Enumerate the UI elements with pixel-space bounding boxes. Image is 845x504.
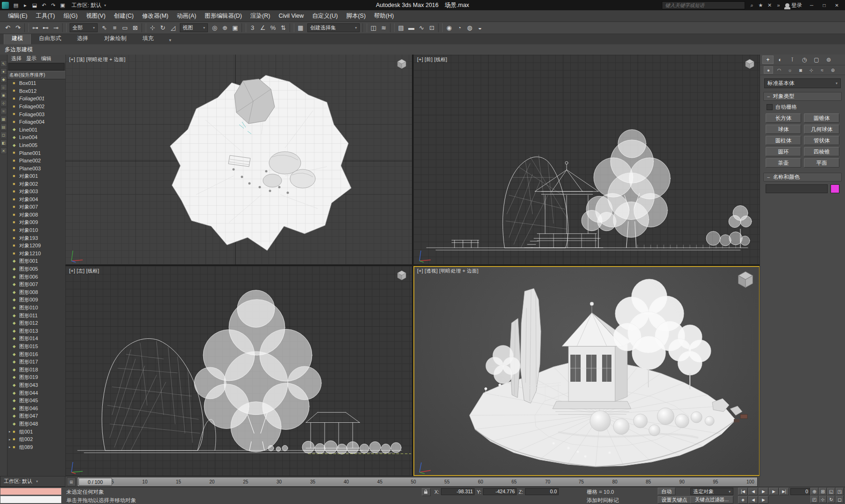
curve-editor-icon[interactable]: ∿ — [417, 23, 426, 33]
list-item[interactable]: 图形005 — [7, 265, 65, 273]
schematic-view-icon[interactable]: ⊡ — [427, 23, 437, 33]
select-and-move-icon[interactable]: ⊹ — [148, 23, 157, 33]
list-item[interactable]: 图形008 — [7, 288, 65, 296]
track-bar[interactable]: 0510152025303540455055606570758085909510… — [77, 477, 758, 487]
next-frame-icon[interactable]: ▶ — [769, 488, 779, 495]
list-item[interactable]: 对象193 — [7, 234, 65, 242]
viewport-front-canvas[interactable] — [413, 55, 760, 265]
polygon-modeling-panel[interactable]: 多边形建模 — [0, 46, 33, 54]
orbit-icon[interactable]: ↻ — [827, 496, 835, 503]
list-item[interactable]: 图形014 — [7, 335, 65, 343]
keyboard-override-icon[interactable]: ▣ — [230, 23, 240, 33]
toolbar-separator[interactable] — [390, 23, 395, 32]
menu-item[interactable]: 渲染(R) — [246, 11, 274, 21]
selection-lock-toggle[interactable] — [422, 488, 431, 496]
ribbon-tab[interactable]: 建模 — [4, 33, 31, 44]
list-item[interactable]: 对象010 — [7, 226, 65, 234]
menu-item[interactable]: 编辑(E) — [4, 11, 32, 21]
list-item[interactable]: 图形012 — [7, 319, 65, 327]
toolbar-separator[interactable] — [290, 23, 294, 32]
save-file-icon[interactable]: ⬓ — [30, 1, 39, 9]
sign-in-button[interactable]: 登录 — [785, 2, 802, 9]
viewport-label[interactable]: [+] [前] [线框] — [417, 56, 447, 63]
display-groups-icon[interactable]: ▦ — [0, 116, 7, 122]
display-cameras-icon[interactable]: ◙ — [0, 92, 7, 98]
previous-key-icon[interactable]: ◀ — [748, 496, 758, 504]
rendered-frame-icon[interactable]: ◍ — [465, 23, 475, 33]
maximize-button[interactable]: □ — [818, 1, 831, 9]
project-folder-icon[interactable]: ▣ — [58, 1, 67, 9]
viewport-perspective-canvas[interactable] — [413, 266, 760, 476]
use-pivot-center-icon[interactable]: ◎ — [210, 23, 220, 33]
display-lights-icon[interactable]: ☼ — [0, 84, 7, 91]
menu-item[interactable]: 修改器(M) — [138, 11, 172, 21]
viewcube-icon[interactable] — [744, 58, 756, 70]
menu-item[interactable]: 视图(V) — [82, 11, 110, 21]
display-spacewarps-icon[interactable]: ≈ — [0, 108, 7, 114]
communication-center-icon[interactable]: ✕ — [766, 2, 773, 8]
toolbar-separator[interactable] — [62, 23, 67, 32]
menu-item[interactable]: 组(G) — [59, 11, 82, 21]
object-color-swatch[interactable] — [831, 184, 839, 193]
workspace-dropdown[interactable]: 工作区: 默认 — [68, 1, 109, 9]
zoom-all-icon[interactable]: ⊞ — [819, 488, 827, 495]
search-input[interactable] — [664, 2, 743, 8]
list-item[interactable]: ▸ 组089 — [7, 443, 65, 451]
viewcube-icon[interactable] — [396, 269, 408, 281]
list-item[interactable]: 图形045 — [7, 397, 65, 405]
display-containers-icon[interactable]: ◧ — [0, 140, 7, 146]
name-color-rollout[interactable]: 名称和颜色 — [763, 173, 842, 182]
trees-front-wireframe[interactable] — [582, 130, 752, 246]
select-object-icon[interactable]: ⇖ — [99, 23, 109, 33]
display-xrefs-icon[interactable]: ▤ — [0, 124, 7, 130]
toolbar-overflow-icon[interactable]: » — [775, 2, 782, 8]
axis-field[interactable]: 0.0 — [525, 488, 559, 495]
list-item[interactable]: 对象1209 — [7, 242, 65, 250]
current-frame-field[interactable]: 0 — [790, 488, 810, 495]
maximize-viewport-icon[interactable]: ◻ — [836, 496, 844, 503]
primitive-button[interactable]: 管状体 — [804, 136, 839, 145]
expand-icon[interactable]: ▸ — [9, 430, 13, 434]
toolbar-separator[interactable] — [438, 23, 443, 32]
snap-toggle-3d-icon[interactable]: 3 — [248, 23, 257, 33]
viewport-left[interactable]: [+] [左] [线框] — [65, 266, 412, 476]
ribbon-tab[interactable]: 对象绘制 — [96, 33, 135, 44]
explorer-sort-header[interactable]: 名称(按升序排序) — [7, 71, 65, 79]
primitive-button[interactable]: 圆环 — [766, 147, 801, 156]
zoom-extents-icon[interactable]: ◱ — [827, 488, 835, 495]
rock-left-wireframe[interactable] — [102, 339, 216, 451]
undo-icon[interactable]: ↶ — [3, 23, 13, 33]
viewport-label[interactable]: [+] [顶] [明暗处理 + 边面] — [69, 56, 126, 63]
list-item[interactable]: 图形013 — [7, 327, 65, 335]
primitive-button[interactable]: 球体 — [766, 125, 801, 134]
select-and-manipulate-icon[interactable]: ⊕ — [220, 23, 230, 33]
select-and-link-icon[interactable]: ⊶ — [30, 23, 40, 33]
menu-item[interactable]: 自定义(U) — [308, 11, 342, 21]
modify-tab[interactable]: ◐ — [774, 56, 786, 64]
material-editor-icon[interactable]: ◉ — [444, 23, 454, 33]
expand-icon[interactable]: ▸ — [9, 445, 13, 449]
favorites-star-icon[interactable]: ★ — [757, 2, 764, 8]
tree-left-wireframe[interactable] — [194, 290, 321, 452]
search-go-icon[interactable]: ⌕ — [748, 2, 755, 8]
object-name-input[interactable] — [766, 184, 828, 193]
rectangular-region-icon[interactable]: ▭ — [120, 23, 130, 33]
autogrid-checkbox[interactable] — [767, 104, 773, 110]
viewport-front[interactable]: [+] [前] [线框] — [413, 55, 760, 265]
motion-tab[interactable]: ◷ — [799, 56, 810, 64]
list-item[interactable]: Foliage004 — [7, 118, 65, 126]
ribbon-minimize-icon[interactable]: ▾ — [166, 36, 174, 44]
menu-item[interactable]: 工具(T) — [32, 11, 59, 21]
spinner-snap-icon[interactable]: ⇅ — [278, 23, 288, 33]
reference-coordinate-dropdown[interactable]: 视图 — [180, 23, 208, 32]
minimize-button[interactable]: ─ — [805, 1, 818, 9]
geometry-category-icon[interactable]: ● — [764, 66, 773, 74]
menu-item[interactable]: 图形编辑器(D) — [200, 11, 246, 21]
toolbar-separator[interactable] — [362, 23, 367, 32]
expand-icon[interactable]: ▸ — [9, 438, 13, 441]
previous-frame-icon[interactable]: ◀ — [748, 488, 758, 495]
explorer-menu-item[interactable]: 显示 — [24, 55, 39, 62]
list-item[interactable]: 图形017 — [7, 358, 65, 366]
list-item[interactable]: 图形011 — [7, 312, 65, 320]
infocenter-search[interactable] — [662, 1, 745, 9]
